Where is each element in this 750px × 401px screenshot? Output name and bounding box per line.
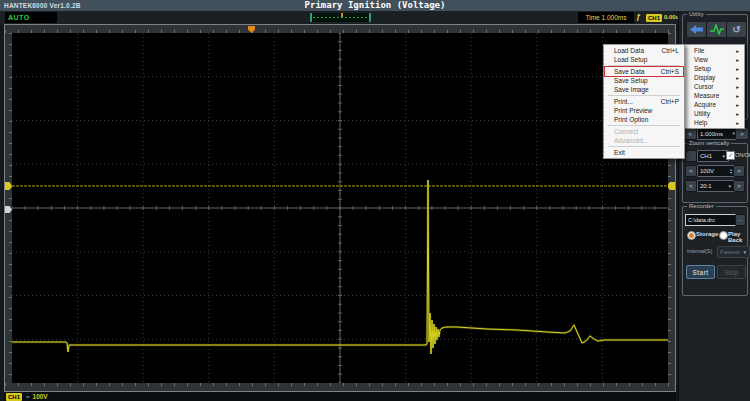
waveform-plot [12, 33, 668, 383]
trigger-edge-icon: ƒ [636, 12, 640, 21]
submenu-arrow-icon: ▸ [736, 75, 739, 81]
preview-trace [313, 17, 368, 18]
menu-item-label: Advanced... [614, 137, 648, 144]
utility-group-label: Utility [687, 11, 706, 18]
menu-item-label: Print Option [614, 116, 648, 123]
trigger-status-box: AUTO [5, 12, 57, 23]
onoff-label: ON/OFF [735, 152, 750, 158]
menu-item-utility[interactable]: Utility▸ [685, 109, 743, 118]
timebase-readout: Time 1.000ms [578, 12, 634, 23]
menu-item-print-option[interactable]: Print Option [605, 115, 683, 124]
menu-item-print-preview[interactable]: Print Preview [605, 106, 683, 115]
menu-item-label: Connect [614, 128, 638, 135]
menu-item-label: Load Setup [614, 56, 647, 63]
submenu-arrow-icon: ▸ [736, 120, 739, 126]
menu-item-view[interactable]: View▸ [685, 55, 743, 64]
menu-item-label: Load Data [614, 47, 644, 54]
menu-item-help[interactable]: Help▸ [685, 118, 743, 127]
submenu-arrow-icon: ▸ [736, 102, 739, 108]
menu-separator [608, 125, 680, 126]
menu-separator [608, 65, 680, 66]
trigger-mode-label: AUTO [8, 14, 30, 21]
scope-display [4, 24, 676, 392]
submenu-arrow-icon: ▸ [736, 111, 739, 117]
menu-item-display[interactable]: Display▸ [685, 73, 743, 82]
menu-separator [608, 146, 680, 147]
menu-item-label: Utility [694, 110, 710, 117]
probe-dropdown[interactable]: 20:1 ▼ [697, 180, 735, 192]
volts-value: 100V [700, 168, 714, 174]
menu-item-label: Save Image [614, 86, 649, 93]
waveform-preview-bar[interactable] [310, 13, 371, 22]
menu-item-load-setup[interactable]: Load Setup [605, 55, 683, 64]
menu-item-label: Display [694, 74, 715, 81]
preview-trigger-tick-icon [341, 13, 343, 17]
menu-item-cursor[interactable]: Cursor▸ [685, 82, 743, 91]
menu-item-label: Measure [694, 92, 719, 99]
menu-item-acquire[interactable]: Acquire▸ [685, 100, 743, 109]
menu-item-label: Setup [694, 65, 711, 72]
refresh-button[interactable]: ↺ [726, 21, 747, 38]
menu-item-load-data[interactable]: Load DataCtrl+L [605, 46, 683, 55]
channel-readout-bar: CH1 = 100V [4, 392, 676, 401]
submenu-arrow-icon: ▸ [736, 48, 739, 54]
recorder-group: Recorder C:\data.drc ... Storage Play Ba… [682, 206, 748, 296]
back-button[interactable] [686, 21, 707, 38]
submenu-arrow-icon: ▸ [736, 84, 739, 90]
oscilloscope-app: { "titlebar": { "version": "HANTEK6000 V… [0, 0, 750, 401]
browse-button[interactable]: ... [735, 214, 746, 226]
status-bar: AUTO Time 1.000ms ƒ CH1 0.00uV [0, 11, 678, 24]
menu-item-measure[interactable]: Measure▸ [685, 91, 743, 100]
menu-separator [608, 95, 680, 96]
storage-radio[interactable] [687, 231, 696, 240]
menu-item-label: Acquire [694, 101, 716, 108]
timebase-value: Time 1.000ms [578, 12, 634, 23]
menu-item-shortcut: Ctrl+L [661, 47, 679, 54]
spinner-arrows-icon: ▴▾ [730, 168, 732, 174]
back-arrow-icon [690, 25, 703, 34]
trigger-channel-badge: CH1 [646, 14, 662, 22]
submenu-arrow-icon: ▸ [736, 66, 739, 72]
menu-item-file[interactable]: File▸ [685, 46, 743, 55]
horizontal-ruler-bottom [5, 383, 675, 391]
volts-increase-button[interactable]: > [733, 165, 745, 177]
zoom-vertically-label: Zoom vertically [687, 140, 731, 147]
channel-color-button[interactable] [685, 150, 697, 162]
waveform-svg [12, 33, 668, 383]
channel-dropdown[interactable]: CH1 ▼ [697, 150, 729, 162]
probe-increase-button[interactable]: > [733, 180, 745, 192]
menu-item-setup[interactable]: Setup▸ [685, 64, 743, 73]
ruler-ticks [5, 383, 675, 386]
zoom-vertically-group: Zoom vertically CH1 ▼ ✓ ON/OFF < 100V ▴▾… [682, 143, 748, 203]
menu-item-label: Print... [614, 98, 633, 105]
menu-item-label: Cursor [694, 83, 714, 90]
channel-onoff-checkbox[interactable]: ✓ [726, 151, 735, 160]
record-path-value: C:\data.drc [688, 217, 715, 223]
main-menu: File▸View▸Setup▸Display▸Cursor▸Measure▸A… [683, 44, 745, 129]
menu-item-label: Help [694, 119, 707, 126]
volts-spinner[interactable]: 100V ▴▾ [697, 165, 735, 177]
title-bar: HANTEK6000 Ver1.0.2B Primary Ignition (V… [0, 0, 750, 11]
probe-decrease-button[interactable]: < [685, 180, 697, 192]
menu-item-save-data[interactable]: Save DataCtrl+S [605, 67, 683, 76]
menu-item-print[interactable]: Print...Ctrl+P [605, 97, 683, 106]
menu-item-exit[interactable]: Exit [605, 148, 683, 157]
interval-label: Interval(S) [687, 248, 712, 254]
menu-item-save-image[interactable]: Save Image [605, 85, 683, 94]
volts-decrease-button[interactable]: < [685, 165, 697, 177]
channel-dropdown-value: CH1 [700, 153, 712, 159]
menu-item-label: Exit [614, 149, 625, 156]
page-title: Primary Ignition (Voltage) [0, 0, 750, 11]
interval-dropdown[interactable]: Fastest ▼ [717, 246, 750, 258]
stop-button[interactable]: Stop [717, 265, 746, 279]
equals-sign: = [26, 394, 30, 400]
menu-item-save-setup[interactable]: Save Setup [605, 76, 683, 85]
menu-button[interactable] [706, 21, 727, 38]
record-path-input[interactable]: C:\data.drc [685, 214, 739, 226]
dropdown-arrow-icon: ▼ [743, 250, 747, 255]
storage-radio-label: Storage [696, 231, 718, 237]
channel1-scale-value: 100V [33, 393, 48, 400]
dropdown-arrow-icon: ▼ [728, 184, 732, 189]
start-button[interactable]: Start [686, 265, 715, 279]
playback-radio[interactable] [719, 231, 728, 240]
